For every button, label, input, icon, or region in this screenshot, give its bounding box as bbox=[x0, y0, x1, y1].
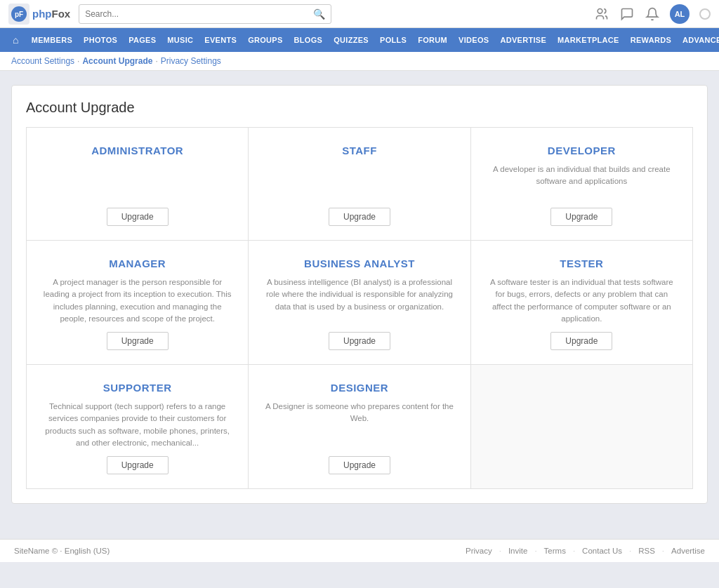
role-card-staff: STAFF Upgrade bbox=[249, 128, 470, 240]
upgrade-grid: ADMINISTRATOR Upgrade STAFF Upgrade DEVE… bbox=[26, 127, 693, 489]
main-content: Account Upgrade ADMINISTRATOR Upgrade ST… bbox=[0, 71, 719, 518]
footer-privacy-link[interactable]: Privacy bbox=[466, 547, 492, 555]
footer-terms-link[interactable]: Terms bbox=[544, 547, 566, 555]
logo-text: phpFox bbox=[32, 8, 70, 20]
upgrade-button-manager[interactable]: Upgrade bbox=[107, 332, 169, 350]
search-bar: 🔍 bbox=[79, 4, 331, 24]
role-card-administrator: ADMINISTRATOR Upgrade bbox=[27, 128, 248, 240]
friends-icon[interactable] bbox=[594, 6, 609, 22]
role-desc-business-analyst: A business intelligence (BI analyst) is … bbox=[263, 276, 456, 325]
nav-rewards[interactable]: REWARDS bbox=[625, 28, 677, 52]
upgrade-button-tester[interactable]: Upgrade bbox=[550, 332, 612, 350]
nav-home[interactable]: ⌂ bbox=[6, 28, 26, 52]
role-desc-developer: A developer is an individual that builds… bbox=[485, 163, 678, 201]
main-nav: ⌂ MEMBERS PHOTOS PAGES MUSIC EVENTS GROU… bbox=[0, 28, 719, 52]
nav-marketplace[interactable]: MARKETPLACE bbox=[552, 28, 625, 52]
header-icons: AL bbox=[594, 4, 711, 24]
svg-point-3 bbox=[598, 8, 602, 13]
role-desc-manager: A project manager is the person responsi… bbox=[41, 276, 234, 325]
search-button[interactable]: 🔍 bbox=[308, 8, 331, 20]
role-desc-supporter: Technical support (tech support) refers … bbox=[41, 401, 234, 449]
upgrade-button-business-analyst[interactable]: Upgrade bbox=[329, 332, 390, 350]
breadcrumb-privacy-settings[interactable]: Privacy Settings bbox=[161, 56, 221, 66]
nav-forum[interactable]: FORUM bbox=[412, 28, 453, 52]
footer-contact-link[interactable]: Contact Us bbox=[582, 547, 622, 555]
role-desc-designer: A Designer is someone who prepares conte… bbox=[263, 401, 456, 449]
nav-events[interactable]: EVENTS bbox=[199, 28, 242, 52]
role-desc-tester: A software tester is an individual that … bbox=[485, 276, 678, 325]
nav-members[interactable]: MEMBERS bbox=[26, 28, 78, 52]
role-card-tester: TESTER A software tester is an individua… bbox=[471, 241, 692, 364]
nav-polls[interactable]: POLLS bbox=[374, 28, 412, 52]
top-header: pF phpFox 🔍 AL bbox=[0, 0, 719, 28]
role-title-developer: DEVELOPER bbox=[548, 145, 616, 156]
upgrade-button-administrator[interactable]: Upgrade bbox=[107, 208, 169, 226]
footer-copyright: SiteName © · English (US) bbox=[14, 547, 110, 555]
role-card-empty bbox=[471, 365, 692, 488]
logo[interactable]: pF phpFox bbox=[8, 4, 70, 25]
messages-icon[interactable] bbox=[619, 6, 635, 22]
page-title: Account Upgrade bbox=[26, 100, 693, 116]
role-title-manager: MANAGER bbox=[109, 258, 166, 269]
upgrade-button-staff[interactable]: Upgrade bbox=[329, 208, 390, 226]
nav-advanced-blog[interactable]: ADVANCED BLOG bbox=[677, 28, 719, 52]
nav-groups[interactable]: GROUPS bbox=[242, 28, 288, 52]
role-card-designer: DESIGNER A Designer is someone who prepa… bbox=[249, 365, 470, 488]
nav-advertise[interactable]: ADVERTISE bbox=[494, 28, 552, 52]
nav-videos[interactable]: VIDEOS bbox=[453, 28, 494, 52]
upgrade-button-designer[interactable]: Upgrade bbox=[329, 456, 390, 474]
role-card-business-analyst: BUSINESS ANALYST A business intelligence… bbox=[249, 241, 470, 364]
upgrade-button-supporter[interactable]: Upgrade bbox=[107, 456, 169, 474]
footer-invite-link[interactable]: Invite bbox=[508, 547, 528, 555]
breadcrumb-account-settings[interactable]: Account Settings bbox=[11, 56, 74, 66]
page-card: Account Upgrade ADMINISTRATOR Upgrade ST… bbox=[11, 85, 708, 504]
footer-links: Privacy · Invite · Terms · Contact Us · … bbox=[466, 547, 705, 555]
svg-text:pF: pF bbox=[15, 11, 23, 18]
role-title-tester: TESTER bbox=[560, 258, 603, 269]
logo-icon: pF bbox=[8, 4, 29, 25]
role-card-supporter: SUPPORTER Technical support (tech suppor… bbox=[27, 365, 248, 488]
breadcrumb: Account Settings · Account Upgrade · Pri… bbox=[0, 52, 719, 71]
footer: SiteName © · English (US) Privacy · Invi… bbox=[0, 539, 719, 562]
role-card-developer: DEVELOPER A developer is an individual t… bbox=[471, 128, 692, 240]
status-dot[interactable] bbox=[699, 8, 711, 20]
nav-photos[interactable]: PHOTOS bbox=[78, 28, 123, 52]
notifications-icon[interactable] bbox=[645, 6, 660, 22]
search-input[interactable] bbox=[79, 9, 308, 19]
avatar[interactable]: AL bbox=[670, 4, 690, 24]
role-card-manager: MANAGER A project manager is the person … bbox=[27, 241, 248, 364]
role-title-supporter: SUPPORTER bbox=[103, 382, 172, 394]
nav-blogs[interactable]: BLOGS bbox=[289, 28, 329, 52]
nav-pages[interactable]: PAGES bbox=[123, 28, 161, 52]
role-title-business-analyst: BUSINESS ANALYST bbox=[304, 258, 415, 269]
role-title-designer: DESIGNER bbox=[331, 382, 388, 394]
footer-rss-link[interactable]: RSS bbox=[638, 547, 655, 555]
breadcrumb-account-upgrade[interactable]: Account Upgrade bbox=[82, 56, 152, 66]
nav-music[interactable]: MUSIC bbox=[161, 28, 199, 52]
footer-advertise-link[interactable]: Advertise bbox=[671, 547, 705, 555]
upgrade-button-developer[interactable]: Upgrade bbox=[550, 208, 612, 226]
nav-quizzes[interactable]: QUIZZES bbox=[328, 28, 374, 52]
role-title-administrator: ADMINISTRATOR bbox=[91, 145, 183, 156]
role-title-staff: STAFF bbox=[342, 145, 377, 156]
